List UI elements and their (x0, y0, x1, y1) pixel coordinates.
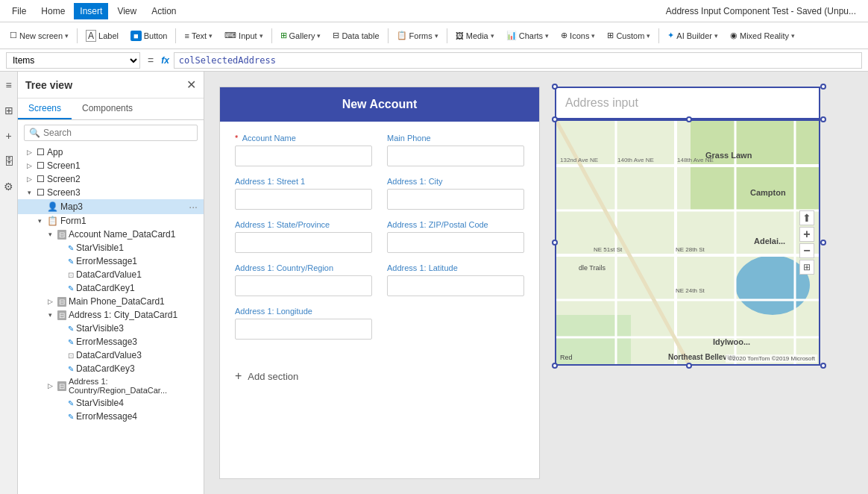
tree-item-screen1[interactable]: ▷ ☐ Screen1 (18, 159, 204, 172)
media-button[interactable]: 🖼 Media ▾ (450, 29, 500, 43)
input-account-name[interactable] (235, 146, 372, 166)
forms-button[interactable]: 📋 Forms ▾ (391, 28, 444, 43)
map-layer-button[interactable]: ⊞ (799, 260, 814, 275)
map-container-wrapper: 132nd Ave NE 140th Ave NE 148th Ave NE N… (555, 119, 823, 366)
menu-file[interactable]: File (6, 3, 32, 19)
sidebar-close-button[interactable]: ✕ (186, 78, 196, 92)
field-label-country: Address 1: Country/Region (235, 263, 372, 272)
media-icon: 🖼 (456, 31, 464, 40)
text-button[interactable]: ≡ Text ▾ (179, 29, 218, 43)
input-country[interactable] (235, 275, 372, 296)
charts-button[interactable]: 📊 Charts ▾ (501, 28, 554, 43)
forms-chevron: ▾ (435, 32, 438, 40)
hamburger-icon[interactable]: ≡ (2, 76, 14, 94)
expand-city-datacard1[interactable]: ▾ (45, 311, 55, 319)
custom-button[interactable]: ⊞ Custom ▾ (602, 28, 655, 43)
formula-input[interactable] (174, 52, 862, 69)
expand-form1[interactable]: ▾ (34, 217, 45, 225)
formula-select[interactable]: Items (6, 52, 140, 69)
sidebar-search-box[interactable]: 🔍 (24, 125, 198, 141)
input-zip[interactable] (387, 232, 524, 253)
tree-label-country-datacard: Address 1: Country/Region_DataCar... (69, 377, 201, 395)
input-street1[interactable] (235, 189, 372, 210)
tree-item-datacardkey1[interactable]: ✎ DataCardKey1 (18, 281, 204, 295)
menu-action[interactable]: Action (145, 3, 182, 19)
tree-item-starvisible1[interactable]: ✎ StarVisible1 (18, 241, 204, 254)
canvas-scroll[interactable]: New Account * Account Name (204, 72, 868, 494)
map-container[interactable]: 132nd Ave NE 140th Ave NE 148th Ave NE N… (555, 119, 820, 366)
expand-screen2[interactable]: ▷ (24, 175, 34, 183)
field-longitude: Address 1: Longitude (235, 307, 372, 340)
gallery-button[interactable]: ⊞ Gallery ▾ (275, 28, 327, 43)
data-table-button[interactable]: ⊟ Data table (327, 28, 384, 43)
menu-home[interactable]: Home (35, 3, 71, 19)
button-button[interactable]: ■ Button (125, 28, 172, 43)
tree-context-map3[interactable]: ··· (186, 201, 201, 213)
toolbar-sep-3 (271, 28, 272, 43)
input-longitude[interactable] (235, 319, 372, 340)
tab-components[interactable]: Components (72, 99, 143, 119)
input-state[interactable] (235, 232, 372, 253)
tab-screens[interactable]: Screens (18, 99, 72, 119)
tree-item-datacardvalue1[interactable]: ⊡ DataCardValue1 (18, 268, 204, 281)
input-latitude[interactable] (387, 275, 524, 296)
tree-item-screen3[interactable]: ▾ ☐ Screen3 (18, 186, 204, 199)
search-input[interactable] (43, 128, 192, 138)
menu-insert[interactable]: Insert (74, 3, 108, 19)
field-city: Address 1: City (387, 177, 524, 210)
media-chevron: ▾ (491, 32, 494, 40)
tree-item-errormessage3[interactable]: ✎ ErrorMessage3 (18, 335, 204, 348)
label-button[interactable]: A Label (81, 28, 124, 44)
map-zoom-in-button[interactable]: + (799, 227, 814, 242)
svg-text:Idylwoo...: Idylwoo... (713, 337, 750, 346)
expand-country-datacard[interactable]: ▷ (45, 382, 55, 390)
tree-item-datacardkey3[interactable]: ✎ DataCardKey3 (18, 362, 204, 375)
ai-builder-button[interactable]: ✦ AI Builder ▾ (662, 28, 723, 43)
settings-icon[interactable]: ⚙ (1, 178, 16, 196)
input-button[interactable]: ⌨ Input ▾ (219, 28, 268, 43)
form-row-5: Address 1: Longitude (235, 307, 524, 340)
sidebar-header: Tree view ✕ (18, 72, 204, 99)
text-chevron: ▾ (209, 32, 213, 40)
text-icon: ≡ (184, 31, 189, 40)
tree-item-map3[interactable]: 👤 Map3 ··· (18, 199, 204, 214)
map-north-button[interactable]: ⬆ (799, 210, 814, 225)
tree-item-starvisible4[interactable]: ✎ StarVisible4 (18, 396, 204, 410)
plus-icon[interactable]: + (2, 127, 14, 145)
field-label-city: Address 1: City (387, 177, 524, 186)
tree-item-account-datacard1[interactable]: ▾ ⊟ Account Name_DataCard1 (18, 228, 204, 241)
tree-item-mainphone-datacard1[interactable]: ▷ ⊟ Main Phone_DataCard1 (18, 295, 204, 308)
tree-item-screen2[interactable]: ▷ ☐ Screen2 (18, 172, 204, 186)
svg-point-2 (735, 255, 810, 315)
tree-item-errormessage4[interactable]: ✎ ErrorMessage4 (18, 410, 204, 423)
mixed-reality-chevron: ▾ (791, 32, 795, 40)
input-main-phone[interactable] (387, 146, 524, 166)
add-section-button[interactable]: + Add section (220, 362, 539, 390)
tree-item-country-datacard[interactable]: ▷ ⊟ Address 1: Country/Region_DataCar... (18, 375, 204, 396)
forms-label: Forms (409, 31, 433, 40)
tree-item-form1[interactable]: ▾ 📋 Form1 (18, 214, 204, 228)
tree-item-starvisible3[interactable]: ✎ StarVisible3 (18, 322, 204, 335)
tree-item-datacardvalue3[interactable]: ⊡ DataCardValue3 (18, 348, 204, 362)
mixed-reality-button[interactable]: ◉ Mixed Reality ▾ (725, 28, 800, 43)
new-screen-label: New screen (19, 31, 63, 40)
tree-item-app[interactable]: ▷ ☐ App (18, 146, 204, 159)
input-city[interactable] (387, 189, 524, 210)
tree-item-errormessage1[interactable]: ✎ ErrorMessage1 (18, 254, 204, 268)
tree-item-city-datacard1[interactable]: ▾ ⊟ Address 1: City_DataCard1 (18, 308, 204, 322)
new-screen-button[interactable]: ☐ New screen ▾ (4, 28, 74, 43)
expand-account-datacard1[interactable]: ▾ (45, 231, 55, 238)
map-zoom-out-button[interactable]: − (799, 243, 814, 258)
layers-icon[interactable]: ⊞ (1, 101, 16, 119)
icons-button[interactable]: ⊕ Icons ▾ (556, 28, 600, 43)
address-input-wrapper: Address input (555, 87, 823, 119)
screen3-icon: ☐ (37, 187, 45, 198)
database-icon[interactable]: 🗄 (1, 152, 17, 170)
expand-screen3[interactable]: ▾ (24, 189, 34, 196)
expand-mainphone-datacard1[interactable]: ▷ (45, 298, 55, 305)
expand-app[interactable]: ▷ (24, 148, 34, 156)
address-input-box[interactable]: Address input (555, 87, 820, 119)
expand-screen1[interactable]: ▷ (24, 162, 34, 169)
tree-label-screen1: Screen1 (47, 160, 201, 171)
menu-view[interactable]: View (111, 3, 142, 19)
